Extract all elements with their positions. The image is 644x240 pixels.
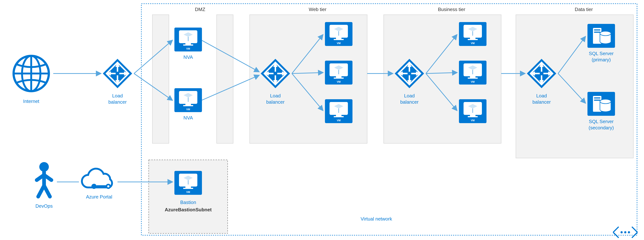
biz-vm-2 [459, 61, 486, 85]
devops-label: DevOps [36, 203, 53, 209]
svg-text:Loadbalancer: Loadbalancer [108, 93, 127, 105]
virtual-network-label: Virtual network [360, 216, 392, 222]
tier-header-data: Data tier [575, 7, 593, 12]
vnet-endpoint-icon [613, 227, 638, 238]
web-vm-2 [325, 61, 352, 85]
tier-header-dmz: DMZ [195, 7, 205, 12]
biz-vm-1 [459, 22, 486, 46]
dmz-panel-left [152, 15, 169, 143]
biz-vm-3 [459, 99, 486, 123]
azure-portal-label: Azure Portal [86, 194, 112, 199]
svg-text:AzureBastionSubnet: AzureBastionSubnet [165, 207, 212, 212]
web-vm-3 [325, 99, 352, 123]
load-balancer-public: Loadbalancer [103, 59, 132, 105]
tier-header-business: Business tier [438, 7, 466, 12]
svg-text:NVA: NVA [184, 54, 193, 60]
data-tier-panel [516, 15, 633, 158]
tier-header-web: Web tier [309, 7, 326, 12]
dmz-panel-right [216, 15, 233, 143]
internet-label: Internet [23, 99, 40, 104]
nva-vm-2: NVA [174, 88, 202, 121]
architecture-diagram: VM [0, 0, 644, 240]
devops-person-icon [37, 162, 52, 197]
azure-portal-icon [82, 169, 112, 189]
svg-text:NVA: NVA [184, 115, 193, 121]
svg-text:Bastion: Bastion [180, 199, 196, 205]
internet-icon [14, 56, 49, 91]
web-vm-1 [325, 22, 352, 46]
nva-vm-1: NVA [174, 28, 202, 60]
